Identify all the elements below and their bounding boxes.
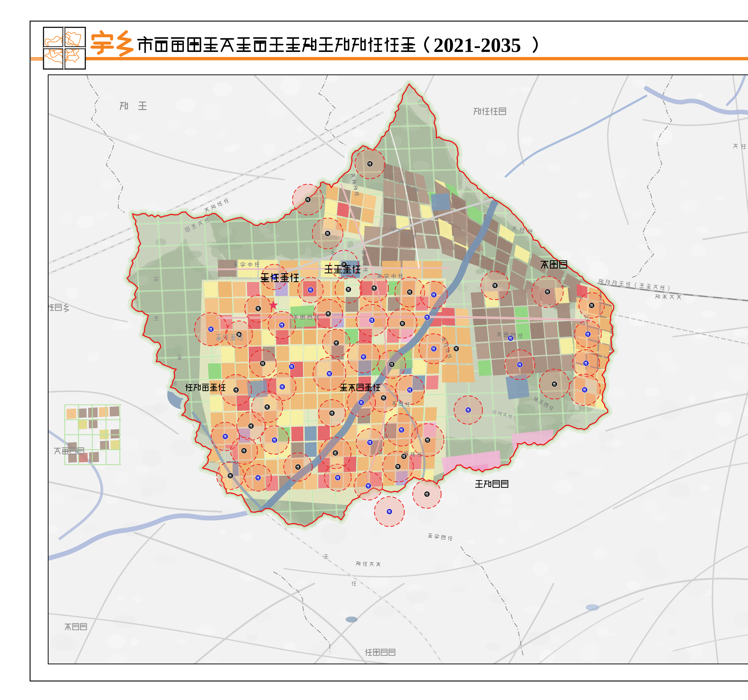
svg-text:2021-2035: 2021-2035 [433,34,521,56]
